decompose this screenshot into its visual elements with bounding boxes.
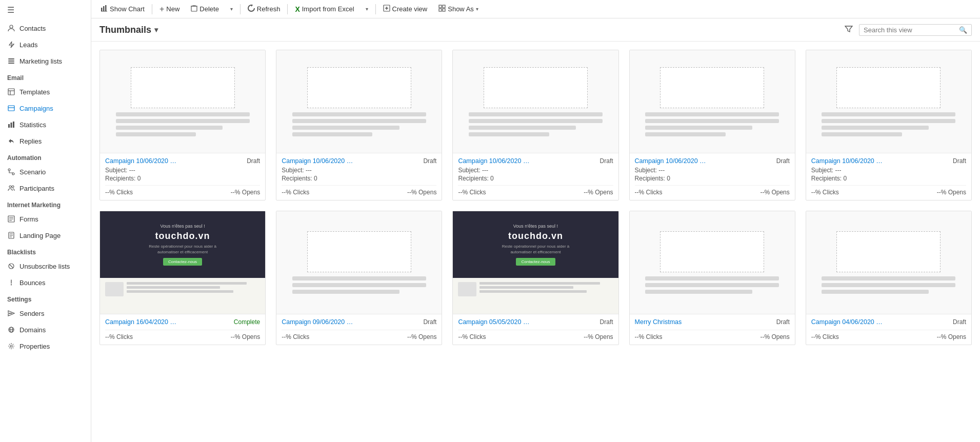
- sidebar-item-replies[interactable]: Replies: [0, 133, 91, 149]
- more-dropdown-button[interactable]: ▾: [225, 4, 238, 14]
- preview-line: [292, 126, 399, 130]
- preview-line: [822, 119, 955, 123]
- title-row-10: Campaign 04/06/2020 à ... Draft: [811, 318, 966, 326]
- preview-line: [116, 132, 196, 136]
- sidebar-item-forms[interactable]: Forms: [0, 211, 91, 227]
- sidebar-item-templates-label: Templates: [19, 88, 50, 96]
- campaign-clicks-2: --% Clicks: [282, 189, 309, 196]
- search-input[interactable]: [864, 26, 956, 34]
- campaign-card-10[interactable]: Campaign 04/06/2020 à ... Draft --% Clic…: [806, 211, 972, 345]
- svg-rect-27: [443, 9, 445, 11]
- svg-rect-25: [443, 5, 445, 8]
- campaign-title-7[interactable]: Campaign 09/06/2020 à ...: [282, 318, 353, 326]
- sidebar-section-email: Email: [0, 69, 91, 84]
- main-content: Show Chart + New Delete ▾ Refresh X Impo…: [91, 0, 980, 442]
- view-actions: 🔍: [843, 23, 972, 37]
- show-as-button[interactable]: Show As ▾: [433, 3, 484, 15]
- td-body: Reste opérationnel pour nous aider àauto…: [149, 244, 216, 255]
- campaign-card-6[interactable]: Vous n'êtes pas seul ! touchdo.vn Reste …: [99, 211, 266, 345]
- sidebar-item-marketing-lists[interactable]: Marketing lists: [0, 53, 91, 69]
- campaign-preview-6: Vous n'êtes pas seul ! touchdo.vn Reste …: [100, 211, 265, 314]
- campaign-title-2[interactable]: Campaign 10/06/2020 à ...: [282, 157, 353, 165]
- bounce-icon: [7, 278, 15, 287]
- campaign-card-9[interactable]: Merry Christmas Draft --% Clicks --% Ope…: [629, 211, 795, 345]
- campaign-info-5: Campaign 10/06/2020 à ... Draft Subject:…: [806, 153, 971, 200]
- import-dropdown-button[interactable]: ▾: [361, 4, 373, 14]
- sidebar-item-marketing-lists-label: Marketing lists: [19, 57, 62, 65]
- show-as-label: Show As: [448, 5, 474, 13]
- campaign-card-4[interactable]: Campaign 10/06/2020 à ... Draft Subject:…: [629, 50, 795, 200]
- campaign-title-5[interactable]: Campaign 10/06/2020 à ...: [811, 157, 883, 165]
- campaign-card-7[interactable]: Campaign 09/06/2020 à ... Draft --% Clic…: [276, 211, 442, 345]
- title-row-4: Campaign 10/06/2020 à ... Draft: [635, 157, 790, 165]
- touchdown-bottom: [100, 278, 265, 314]
- campaign-title-10[interactable]: Campaign 04/06/2020 à ...: [811, 318, 883, 326]
- preview-placeholder-box-9: [660, 231, 764, 272]
- import-excel-button[interactable]: X Import from Excel: [290, 3, 359, 15]
- preview-line: [292, 132, 373, 136]
- campaign-card-3[interactable]: Campaign 10/06/2020 à ... Draft Subject:…: [452, 50, 618, 200]
- sidebar-item-leads[interactable]: Leads: [0, 36, 91, 53]
- campaign-status-5: Draft: [953, 157, 966, 165]
- td-line: [479, 290, 586, 293]
- sidebar-item-campaigns[interactable]: Campaigns: [0, 100, 91, 116]
- campaign-info-1: Campaign 10/06/2020 à ... Draft Subject:…: [100, 153, 265, 200]
- sidebar-item-participants[interactable]: Participants: [0, 180, 91, 196]
- campaign-subject-4: Subject: ---: [635, 167, 790, 174]
- view-title[interactable]: Thumbnails ▾: [99, 25, 158, 35]
- sidebar-item-bounces[interactable]: Bounces: [0, 274, 91, 291]
- view-title-dropdown-icon: ▾: [154, 26, 158, 34]
- td-bottom-content-2: [458, 282, 613, 296]
- sidebar-item-properties[interactable]: Properties: [0, 338, 91, 354]
- sidebar-item-templates[interactable]: Templates: [0, 84, 91, 100]
- preview-placeholder-box-2: [307, 67, 411, 108]
- sidebar-item-contacts[interactable]: Contacts: [0, 20, 91, 36]
- svg-rect-2: [8, 61, 14, 62]
- campaign-card-1[interactable]: Campaign 10/06/2020 à ... Draft Subject:…: [99, 50, 266, 200]
- campaign-title-4[interactable]: Campaign 10/06/2020 à ...: [635, 157, 707, 165]
- campaign-title-9[interactable]: Merry Christmas: [635, 318, 682, 326]
- sidebar-item-domains[interactable]: Domains: [0, 322, 91, 338]
- campaign-title-3[interactable]: Campaign 10/06/2020 à ...: [458, 157, 530, 165]
- campaign-recipients-5: Recipients: 0: [811, 175, 966, 182]
- campaign-card-5[interactable]: Campaign 10/06/2020 à ... Draft Subject:…: [806, 50, 972, 200]
- td-line: [127, 282, 247, 285]
- domain-icon: [7, 326, 15, 334]
- hamburger-menu[interactable]: ☰: [0, 0, 91, 20]
- create-view-button[interactable]: Create view: [378, 3, 433, 15]
- sidebar-item-statistics-label: Statistics: [19, 121, 46, 129]
- show-as-icon: [438, 5, 446, 13]
- title-row-8: Campaign 05/05/2020 à ... Draft: [458, 318, 613, 326]
- sidebar-item-statistics[interactable]: Statistics: [0, 116, 91, 133]
- campaign-status-1: Draft: [247, 157, 260, 165]
- campaign-status-3: Draft: [600, 157, 613, 165]
- toolbar: Show Chart + New Delete ▾ Refresh X Impo…: [91, 0, 980, 18]
- campaign-title-8[interactable]: Campaign 05/05/2020 à ...: [458, 318, 530, 326]
- filter-button[interactable]: [843, 23, 855, 37]
- preview-line: [469, 126, 576, 130]
- sidebar-item-unsubscribe-lists[interactable]: Unsubscribe lists: [0, 258, 91, 274]
- campaign-title-1[interactable]: Campaign 10/06/2020 à ...: [105, 157, 177, 165]
- refresh-button[interactable]: Refresh: [243, 3, 286, 15]
- campaign-title-6[interactable]: Campaign 16/04/2020 à ...: [105, 318, 177, 326]
- preview-lines-4: [645, 112, 779, 136]
- campaign-status-6: Complete: [234, 318, 260, 326]
- td-brand: touchdo.vn: [155, 231, 210, 242]
- sidebar-item-landing-page[interactable]: Landing Page: [0, 227, 91, 244]
- campaign-opens-9: --% Opens: [760, 333, 789, 340]
- delete-button[interactable]: Delete: [186, 3, 224, 15]
- sidebar-item-bounces-label: Bounces: [19, 279, 46, 287]
- preview-line: [822, 283, 955, 287]
- td-line: [479, 286, 573, 289]
- campaign-preview-1: [100, 50, 265, 153]
- show-chart-button[interactable]: Show Chart: [95, 3, 150, 15]
- svg-rect-4: [8, 89, 14, 95]
- campaign-card-8[interactable]: Vous n'êtes pas seul ! touchdo.vn Reste …: [452, 211, 618, 345]
- svg-rect-21: [105, 5, 107, 11]
- sidebar-item-senders[interactable]: Senders: [0, 305, 91, 322]
- sidebar-section-automation: Automation: [0, 149, 91, 164]
- campaign-card-2[interactable]: Campaign 10/06/2020 à ... Draft Subject:…: [276, 50, 442, 200]
- dropdown-arrow-icon: ▾: [230, 6, 233, 12]
- sidebar-item-scenario[interactable]: Scenario: [0, 164, 91, 180]
- new-button[interactable]: + New: [154, 3, 185, 16]
